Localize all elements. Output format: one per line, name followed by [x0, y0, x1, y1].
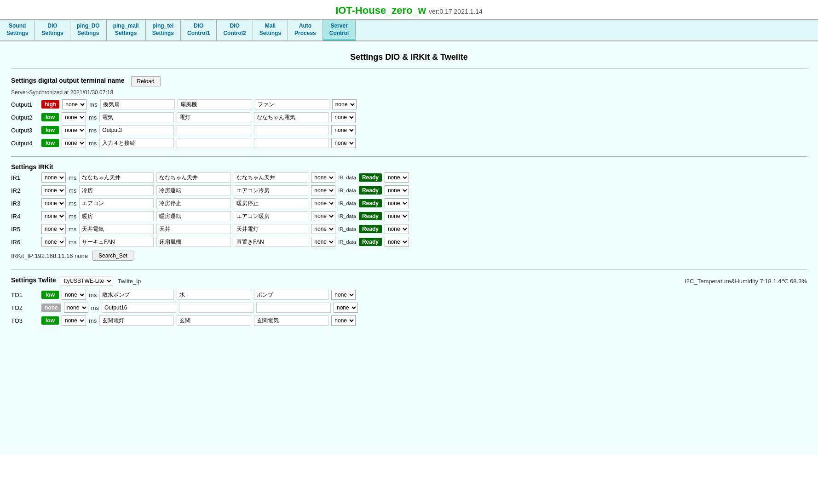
ir5-name2[interactable]	[156, 224, 231, 234]
to1-name1[interactable]	[99, 290, 174, 300]
to1-select2[interactable]: none	[331, 290, 356, 300]
ir1-name1[interactable]	[79, 172, 154, 183]
output2-select1[interactable]: none	[62, 112, 86, 122]
ir1-name2[interactable]	[156, 172, 231, 183]
to1-label: TO1	[11, 292, 39, 298]
output3-select1[interactable]: none	[62, 125, 86, 135]
ir4-name3[interactable]	[234, 211, 308, 221]
twlite-device-select[interactable]: ttyUSBTWE-Lite	[61, 276, 113, 286]
tab-auto[interactable]: AutoProcess	[288, 20, 323, 40]
tab-dio[interactable]: DIOSettings	[35, 20, 70, 40]
tab-mail[interactable]: MailSettings	[253, 20, 288, 40]
sync-info: Server-Synchronized at 2021/01/30 07:18	[11, 89, 807, 96]
ir2-name1[interactable]	[79, 185, 154, 195]
ir5-select2[interactable]: none	[311, 224, 335, 234]
ir6-select2[interactable]: none	[311, 237, 335, 247]
tab-dio-ctrl1[interactable]: DIOControl1	[181, 20, 217, 40]
ir5-label: IR5	[11, 226, 39, 233]
output1-select2[interactable]: none	[332, 99, 357, 109]
tab-dio-ctrl2[interactable]: DIOControl2	[217, 20, 253, 40]
ir6-row: IR6 none ms none IR_data Ready none	[11, 237, 807, 247]
ir4-select3[interactable]: none	[385, 211, 409, 221]
ir6-select1[interactable]: none	[41, 237, 66, 247]
output1-name3[interactable]	[255, 99, 329, 109]
output1-name2[interactable]	[178, 99, 252, 109]
ir2-name3[interactable]	[234, 185, 308, 195]
to1-select1[interactable]: none	[62, 290, 86, 300]
ir2-select3[interactable]: none	[385, 185, 409, 195]
ir3-name3[interactable]	[234, 198, 308, 208]
ir3-select3[interactable]: none	[385, 198, 409, 208]
ir1-name3[interactable]	[234, 172, 308, 183]
to2-name2[interactable]	[179, 303, 253, 313]
output4-name2[interactable]	[177, 138, 251, 148]
irkit-section: Settings IRKit IR1 none ms none IR_data …	[11, 163, 807, 261]
output1-label: Output1	[11, 101, 39, 108]
tab-ping-tel[interactable]: ping_telSettings	[146, 20, 181, 40]
to1-name2[interactable]	[177, 290, 251, 300]
irkit-ip: IRKit_IP:192.168.11.16 none	[11, 252, 88, 259]
ir5-select3[interactable]: none	[385, 224, 409, 234]
to3-select1[interactable]: none	[62, 315, 86, 326]
divider1	[11, 156, 807, 157]
ir3-row: IR3 none ms none IR_data Ready none	[11, 198, 807, 208]
to2-select1[interactable]: none	[64, 303, 88, 313]
output2-select2[interactable]: none	[331, 112, 356, 122]
output4-name1[interactable]	[99, 138, 174, 148]
reload-button[interactable]: Reload	[131, 76, 161, 86]
ir3-name2[interactable]	[156, 198, 231, 208]
tab-ping-mail[interactable]: ping_mailSettings	[107, 20, 146, 40]
tab-server[interactable]: ServerControl	[323, 20, 356, 40]
output1-select1[interactable]: none	[62, 99, 86, 109]
ir6-name2[interactable]	[156, 237, 231, 247]
ir1-select3[interactable]: none	[385, 172, 409, 183]
main-content: Settings DIO & IRKit & Twelite Settings …	[0, 41, 818, 455]
to3-name3[interactable]	[254, 315, 328, 326]
to3-select2[interactable]: none	[331, 315, 356, 326]
ir2-select2[interactable]: none	[311, 185, 335, 195]
ir1-select2[interactable]: none	[311, 172, 335, 183]
ir3-select2[interactable]: none	[311, 198, 335, 208]
ir5-data-label: IR_data	[338, 226, 356, 232]
output3-name3[interactable]	[254, 125, 328, 135]
output3-name1[interactable]	[99, 125, 174, 135]
ir2-select1[interactable]: none	[41, 185, 66, 195]
ir2-label: IR2	[11, 187, 39, 194]
ir4-name1[interactable]	[79, 211, 154, 221]
search-set-button[interactable]: Search_Set	[92, 251, 133, 261]
tab-ping-do[interactable]: ping_DOSettings	[70, 20, 107, 40]
to3-name2[interactable]	[177, 315, 251, 326]
output2-label: Output2	[11, 114, 39, 121]
output4-select1[interactable]: none	[62, 138, 86, 148]
ir4-name2[interactable]	[156, 211, 231, 221]
ir6-name1[interactable]	[79, 237, 154, 247]
ir1-row: IR1 none ms none IR_data Ready none	[11, 172, 807, 183]
output4-select2[interactable]: none	[331, 138, 356, 148]
to2-name1[interactable]	[102, 303, 176, 313]
output2-name1[interactable]	[99, 112, 174, 122]
ir4-select1[interactable]: none	[41, 211, 66, 221]
to1-name3[interactable]	[254, 290, 328, 300]
output1-name1[interactable]	[100, 99, 175, 109]
ir2-name2[interactable]	[156, 185, 231, 195]
tab-sound[interactable]: SoundSettings	[0, 20, 35, 40]
ir6-name3[interactable]	[234, 237, 308, 247]
ir3-name1[interactable]	[79, 198, 154, 208]
ir1-select1[interactable]: none	[41, 172, 66, 183]
ir5-name1[interactable]	[79, 224, 154, 234]
output3-name2[interactable]	[177, 125, 251, 135]
ir4-select2[interactable]: none	[311, 211, 335, 221]
to3-name1[interactable]	[99, 315, 174, 326]
output2-name2[interactable]	[177, 112, 251, 122]
digital-output-section: Settings digital output terminal name Re…	[11, 76, 807, 148]
output3-status: low	[41, 126, 59, 134]
ir3-select1[interactable]: none	[41, 198, 66, 208]
ir6-select3[interactable]: none	[385, 237, 409, 247]
output2-name3[interactable]	[254, 112, 328, 122]
output4-name3[interactable]	[254, 138, 328, 148]
output3-select2[interactable]: none	[331, 125, 356, 135]
to2-select2[interactable]: none	[334, 303, 358, 313]
ir5-name3[interactable]	[234, 224, 308, 234]
to2-name3[interactable]	[256, 303, 331, 313]
ir5-select1[interactable]: none	[41, 224, 66, 234]
